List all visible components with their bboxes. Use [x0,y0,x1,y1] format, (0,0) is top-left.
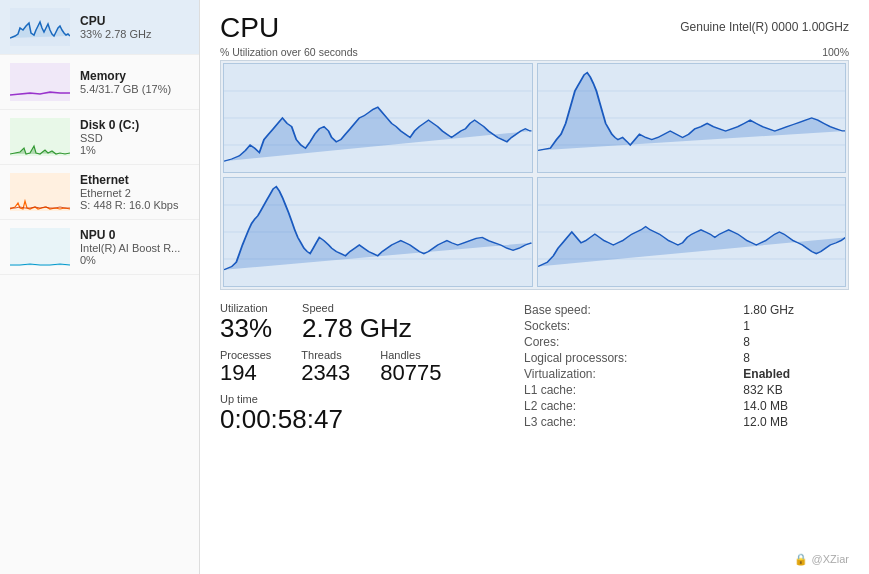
info-value: 1.80 GHz [739,302,849,318]
info-value: 8 [739,334,849,350]
uptime-block: Up time 0:00:58:47 [220,393,500,434]
cpu-chart-0 [223,63,533,173]
page-title: CPU [220,12,279,44]
info-table-row: L2 cache:14.0 MB [520,398,849,414]
watermark: 🔒 @XZiar [794,553,849,566]
npu-sparkline-thumb [10,228,70,266]
npu-sub2: 0% [80,254,180,266]
memory-info: Memory 5.4/31.7 GB (17%) [80,69,171,95]
ethernet-info: Ethernet Ethernet 2 S: 448 R: 16.0 Kbps [80,173,178,211]
sidebar-item-ethernet[interactable]: Ethernet Ethernet 2 S: 448 R: 16.0 Kbps [0,165,199,220]
ethernet-name: Ethernet [80,173,178,187]
threads-label: Threads [301,349,350,361]
info-label: Base speed: [520,302,739,318]
uptime-label: Up time [220,393,500,405]
memory-sparkline-thumb [10,63,70,101]
utilization-block: Utilization 33% [220,302,272,343]
handles-label: Handles [380,349,441,361]
disk-sub2: 1% [80,144,139,156]
utilization-speed-row: Utilization 33% Speed 2.78 GHz [220,302,500,343]
cpu-info-table: Base speed:1.80 GHzSockets:1Cores:8Logic… [520,302,849,430]
chart-label-text: % Utilization over 60 seconds [220,46,358,58]
info-table-row: L3 cache:12.0 MB [520,414,849,430]
npu-name: NPU 0 [80,228,180,242]
ethernet-sparkline-thumb [10,173,70,211]
main-header: CPU Genuine Intel(R) 0000 1.00GHz [220,12,849,44]
info-value: 12.0 MB [739,414,849,430]
info-label: L1 cache: [520,382,739,398]
cpu-chart-2 [223,177,533,287]
stats-right: Base speed:1.80 GHzSockets:1Cores:8Logic… [500,302,849,433]
processes-label: Processes [220,349,271,361]
sidebar-item-disk[interactable]: Disk 0 (C:) SSD 1% [0,110,199,165]
info-label: Logical processors: [520,350,739,366]
ethernet-sub2: S: 448 R: 16.0 Kbps [80,199,178,211]
svg-rect-1 [10,63,70,101]
info-table-row: L1 cache:832 KB [520,382,849,398]
handles-block: Handles 80775 [380,349,441,385]
threads-block: Threads 2343 [301,349,350,385]
cpu-sub: 33% 2.78 GHz [80,28,152,40]
cpu-info: CPU 33% 2.78 GHz [80,14,152,40]
cpu-charts-grid [220,60,849,290]
chart-label-row: % Utilization over 60 seconds 100% [220,46,849,58]
cpu-chart-1 [537,63,847,173]
stats-left: Utilization 33% Speed 2.78 GHz Processes… [220,302,500,433]
npu-sub1: Intel(R) AI Boost R... [80,242,180,254]
memory-name: Memory [80,69,171,83]
info-table-row: Sockets:1 [520,318,849,334]
sidebar: CPU 33% 2.78 GHz Memory 5.4/31.7 GB (17%… [0,0,200,574]
sidebar-item-memory[interactable]: Memory 5.4/31.7 GB (17%) [0,55,199,110]
info-label: L3 cache: [520,414,739,430]
info-value: 14.0 MB [739,398,849,414]
memory-sub: 5.4/31.7 GB (17%) [80,83,171,95]
processes-block: Processes 194 [220,349,271,385]
svg-rect-2 [10,118,70,156]
info-value: Enabled [739,366,849,382]
svg-rect-4 [10,228,70,266]
sidebar-item-npu[interactable]: NPU 0 Intel(R) AI Boost R... 0% [0,220,199,275]
info-table-row: Cores:8 [520,334,849,350]
utilization-value: 33% [220,314,272,343]
processes-value: 194 [220,361,271,385]
info-table-row: Virtualization:Enabled [520,366,849,382]
speed-value: 2.78 GHz [302,314,412,343]
info-table-row: Base speed:1.80 GHz [520,302,849,318]
info-label: L2 cache: [520,398,739,414]
info-value: 1 [739,318,849,334]
stats-section: Utilization 33% Speed 2.78 GHz Processes… [220,302,849,433]
threads-value: 2343 [301,361,350,385]
npu-info: NPU 0 Intel(R) AI Boost R... 0% [80,228,180,266]
info-value: 8 [739,350,849,366]
info-label: Sockets: [520,318,739,334]
info-value: 832 KB [739,382,849,398]
cpu-sparkline-thumb [10,8,70,46]
disk-name: Disk 0 (C:) [80,118,139,132]
chart-max-label: 100% [822,46,849,58]
info-label: Cores: [520,334,739,350]
disk-sub1: SSD [80,132,139,144]
disk-info: Disk 0 (C:) SSD 1% [80,118,139,156]
ethernet-sub1: Ethernet 2 [80,187,178,199]
cpu-model: Genuine Intel(R) 0000 1.00GHz [680,12,849,34]
info-table-row: Logical processors:8 [520,350,849,366]
handles-value: 80775 [380,361,441,385]
cpu-chart-3 [537,177,847,287]
info-label: Virtualization: [520,366,739,382]
uptime-value: 0:00:58:47 [220,405,500,434]
processes-threads-handles-row: Processes 194 Threads 2343 Handles 80775 [220,349,500,385]
disk-sparkline-thumb [10,118,70,156]
main-panel: CPU Genuine Intel(R) 0000 1.00GHz % Util… [200,0,869,574]
sidebar-item-cpu[interactable]: CPU 33% 2.78 GHz [0,0,199,55]
speed-block: Speed 2.78 GHz [302,302,412,343]
cpu-name: CPU [80,14,152,28]
